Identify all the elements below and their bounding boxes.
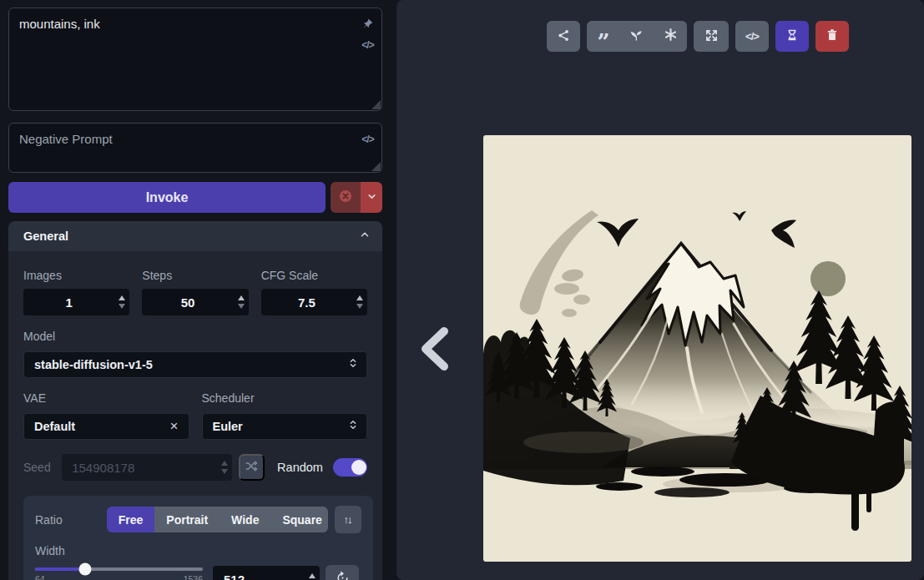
steps-stepper[interactable]	[234, 289, 249, 315]
prompt-textarea[interactable]: mountains, ink </>	[8, 8, 382, 111]
share-button[interactable]	[547, 21, 580, 52]
cfg-stepper[interactable]	[352, 289, 367, 315]
model-select[interactable]: stable-diffusion-v1-5	[23, 351, 367, 378]
stepper-down-icon[interactable]	[221, 469, 228, 474]
image-viewer-panel: ” </>	[396, 0, 924, 580]
swap-dimensions-button[interactable]: ↑↓	[335, 506, 361, 533]
width-slider[interactable]	[35, 567, 203, 571]
ratio-segmented-control: Free Portrait Wide Square	[107, 507, 328, 532]
metadata-button[interactable]: </>	[735, 21, 769, 52]
images-input[interactable]: 1	[23, 289, 129, 315]
ratio-option-free[interactable]: Free	[107, 507, 155, 532]
clear-vae-icon[interactable]: ×	[167, 418, 182, 435]
sun	[810, 261, 846, 296]
resize-handle[interactable]	[371, 162, 381, 171]
stepper-down-icon[interactable]	[238, 304, 245, 309]
ratio-label: Ratio	[35, 513, 107, 527]
cancel-dropdown-button[interactable]	[361, 182, 382, 213]
prompt-text: mountains, ink	[19, 17, 100, 31]
stepper-up-icon[interactable]	[119, 295, 125, 300]
recall-button-group: ”	[587, 21, 687, 52]
stepper-up-icon[interactable]	[238, 295, 245, 300]
cancel-button-group	[331, 182, 382, 213]
chevron-left-icon	[417, 325, 452, 375]
expand-icon	[704, 28, 719, 45]
prompt-code-icon[interactable]: </>	[361, 38, 375, 52]
resize-handle[interactable]	[371, 100, 381, 109]
shuffle-icon	[245, 459, 259, 476]
use-seed-button[interactable]	[620, 21, 654, 52]
pin-icon[interactable]	[361, 17, 375, 31]
general-accordion: General Images 1 Steps 50	[8, 221, 382, 580]
seedling-icon	[629, 28, 644, 46]
steps-input[interactable]: 50	[142, 289, 248, 315]
asterisk-icon	[664, 28, 678, 45]
general-accordion-header[interactable]: General	[8, 221, 382, 251]
ratio-option-portrait[interactable]: Portrait	[154, 507, 220, 532]
random-toggle[interactable]	[333, 458, 367, 477]
cancel-button[interactable]	[331, 182, 361, 213]
images-label: Images	[23, 269, 62, 282]
hourglass-icon	[785, 28, 799, 44]
width-min-label: 64	[35, 574, 45, 580]
scheduler-label: Scheduler	[202, 391, 255, 405]
shuffle-seed-button[interactable]	[239, 454, 265, 481]
vae-label: VAE	[23, 391, 46, 405]
images-stepper[interactable]	[114, 289, 129, 315]
negative-code-icon[interactable]: </>	[361, 132, 375, 146]
stepper-up-icon[interactable]	[309, 573, 316, 578]
share-icon	[557, 28, 571, 45]
use-all-button[interactable]	[654, 21, 687, 52]
chevron-updown-icon	[346, 418, 360, 435]
invoke-button[interactable]: Invoke	[8, 182, 326, 213]
scheduler-select[interactable]: Euler	[202, 413, 368, 440]
width-label: Width	[35, 544, 203, 557]
chevron-down-icon	[366, 190, 377, 205]
use-prompt-button[interactable]: ”	[587, 21, 620, 52]
model-label: Model	[23, 330, 55, 343]
stepper-up-icon[interactable]	[356, 295, 363, 300]
reset-width-button[interactable]	[326, 565, 359, 580]
stepper-down-icon[interactable]	[356, 304, 363, 309]
negative-prompt-textarea[interactable]: Negative Prompt </>	[8, 123, 382, 173]
slider-thumb[interactable]	[79, 563, 92, 576]
reset-icon	[336, 571, 350, 580]
chevron-updown-icon	[346, 356, 360, 373]
stepper-down-icon[interactable]	[119, 304, 125, 309]
general-title: General	[23, 229, 68, 243]
ratio-option-wide[interactable]: Wide	[220, 507, 270, 532]
upscale-button[interactable]	[694, 21, 729, 52]
cfg-scale-input[interactable]: 7.5	[261, 289, 367, 315]
circle-x-icon	[337, 188, 354, 208]
generated-image[interactable]	[483, 135, 911, 562]
random-label: Random	[277, 461, 323, 474]
stepper-up-icon[interactable]	[221, 461, 228, 466]
width-input[interactable]: 512	[213, 566, 320, 580]
invokeai-app: mountains, ink </> Negative Prompt </> I…	[0, 0, 924, 580]
quote-icon: ”	[598, 28, 610, 46]
viewer-toolbar: ” </>	[547, 21, 849, 52]
general-accordion-body: Images 1 Steps 50 CFG Scale	[8, 251, 382, 580]
vae-select[interactable]: Default ×	[23, 413, 189, 440]
seed-label: Seed	[23, 461, 54, 474]
trash-icon	[826, 28, 839, 44]
swap-axes-icon: ↑↓	[343, 513, 352, 526]
negative-prompt-placeholder: Negative Prompt	[19, 132, 113, 146]
steps-label: Steps	[142, 269, 172, 282]
code-icon: </>	[745, 30, 759, 43]
hide-panel-button[interactable]	[409, 320, 459, 380]
width-stepper[interactable]	[305, 566, 320, 580]
delete-image-button[interactable]	[815, 21, 849, 52]
chevron-up-icon	[359, 229, 371, 244]
seed-stepper[interactable]	[217, 454, 232, 481]
queue-button[interactable]	[775, 21, 809, 52]
seed-input[interactable]: 154908178	[62, 454, 232, 481]
width-max-label: 1536	[184, 574, 203, 580]
toggle-knob	[351, 460, 366, 475]
cfg-scale-label: CFG Scale	[261, 269, 318, 282]
size-panel: Ratio Free Portrait Wide Square ↑↓ Width	[23, 496, 373, 580]
slider-fill	[35, 567, 85, 571]
ratio-option-square[interactable]: Square	[270, 507, 327, 532]
